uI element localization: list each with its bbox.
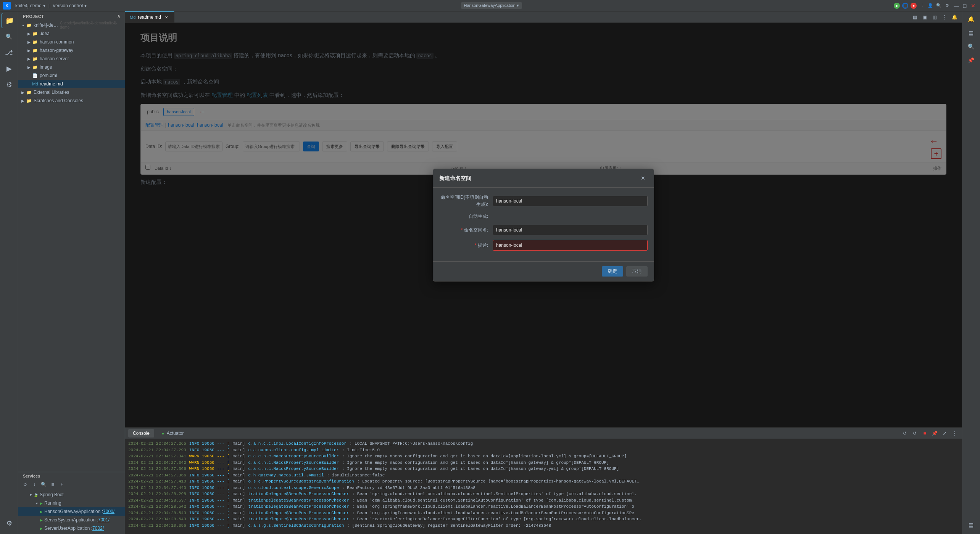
log-level-5: INFO 19060 --- [ bbox=[189, 472, 230, 479]
form-input-desc[interactable] bbox=[493, 240, 648, 251]
settings-icon[interactable]: ⚙ bbox=[944, 3, 950, 9]
form-row-auto: 自动生成: bbox=[439, 213, 648, 220]
console-rerun-btn[interactable]: ↺ bbox=[911, 429, 919, 437]
tree-item-external-libs[interactable]: ▶ 📁 External Libraries bbox=[18, 88, 125, 97]
tab-actions: ▤ ▣ ▥ ⋮ 🔔 bbox=[907, 11, 962, 23]
right-bottom-icon[interactable]: ▤ bbox=[965, 519, 977, 531]
spring-leaf-icon: 🍃 bbox=[34, 493, 38, 497]
bottom-tab-actuator[interactable]: ● Actuator bbox=[157, 429, 188, 437]
services-header[interactable]: Services bbox=[18, 472, 125, 480]
service-item-user[interactable]: ▶ ServerUserApplication :7002/ bbox=[18, 524, 125, 532]
log-msg-1: : limitTime:5.0 bbox=[342, 447, 380, 454]
tree-label-scratches: Scratches and Consoles bbox=[34, 98, 83, 103]
service-item-gateway[interactable]: ▶ HansonGatewayApplication :7000/ bbox=[18, 507, 125, 516]
activity-search-icon[interactable]: 🔍 bbox=[2, 29, 17, 44]
bottom-tab-console[interactable]: Console bbox=[128, 429, 154, 437]
tree-arrow-common: ▶ bbox=[26, 39, 32, 45]
tree-label-external: External Libraries bbox=[34, 90, 69, 95]
svc-search-btn[interactable]: 🔍 bbox=[40, 481, 47, 488]
tree-item-scratches[interactable]: ▶ 📁 Scratches and Consoles bbox=[18, 97, 125, 105]
right-layout-icon[interactable]: ▤ bbox=[965, 27, 977, 39]
log-class-0: c.a.n.c.c.impl.LocalConfigInfoProcessor bbox=[248, 441, 346, 447]
console-stop-btn[interactable]: ■ bbox=[920, 429, 929, 437]
service-toolbar: ↺ ↓ 🔍 ≡ + bbox=[18, 480, 125, 489]
tree-label-image: image bbox=[40, 64, 52, 70]
activity-run-icon[interactable]: ▶ bbox=[2, 61, 17, 76]
tree-label-pom: pom.xml bbox=[40, 73, 57, 78]
editor-content-wrapper: 项目说明 本项目的使用 Spring-cloud-alibaba 搭建的，有使用… bbox=[125, 23, 962, 534]
dialog-cancel-button[interactable]: 取消 bbox=[626, 266, 648, 277]
console-more-btn[interactable]: ⋮ bbox=[950, 429, 959, 437]
log-class-6: o.s.c.PropertySourceBootstrapConfigurati… bbox=[248, 478, 354, 485]
tab-close-readme[interactable]: ✕ bbox=[163, 14, 169, 20]
search-icon[interactable]: 🔍 bbox=[936, 3, 942, 9]
tab-action-layout3[interactable]: ▥ bbox=[930, 13, 939, 21]
tree-item-image[interactable]: ▶ 📁 image bbox=[18, 63, 125, 71]
tree-item-pom[interactable]: ▶ 📄 pom.xml bbox=[18, 71, 125, 80]
tab-action-layout1[interactable]: ▤ bbox=[911, 13, 919, 21]
dialog-close-button[interactable]: ✕ bbox=[638, 174, 648, 183]
right-notifications-icon[interactable]: 🔔 bbox=[965, 13, 977, 25]
log-msg-2: : Ignore the empty nacos configuration a… bbox=[342, 453, 627, 460]
tree-item-idea[interactable]: ▶ 📁 .idea bbox=[18, 29, 125, 38]
activity-vcs-icon[interactable]: ⎇ bbox=[2, 45, 17, 60]
log-class-7: o.s.cloud.context.scope.GenericScope bbox=[248, 485, 339, 491]
svc-refresh-btn[interactable]: ↺ bbox=[21, 481, 29, 488]
log-line-9: 2024-02-21 22:34:28.537 INFO 19060 --- [… bbox=[128, 497, 959, 504]
log-level-2: WARN 19060 --- [ bbox=[189, 453, 230, 460]
service-group-springboot[interactable]: ▾ 🍃 Spring Boot bbox=[18, 491, 125, 499]
form-input-nsname[interactable] bbox=[493, 225, 648, 235]
stop-icon[interactable]: ■ bbox=[911, 3, 917, 9]
tree-item-root[interactable]: ▾ 📁 knife4j-demo C:\code\java\knife4j-de… bbox=[18, 21, 125, 29]
tree-item-hanson-gateway[interactable]: ▶ 📁 hanson-gateway bbox=[18, 46, 125, 55]
log-thread-10: main] bbox=[232, 503, 245, 510]
svc-down-btn[interactable]: ↓ bbox=[31, 481, 38, 488]
log-level-3: WARN 19060 --- [ bbox=[189, 460, 230, 466]
tree-item-readme[interactable]: ▶ Md readme.md bbox=[18, 80, 125, 88]
debug-icon[interactable]: ⬛ bbox=[902, 3, 908, 9]
tree-item-hanson-common[interactable]: ▶ 📁 hanson-common bbox=[18, 38, 125, 46]
form-input-nsid[interactable] bbox=[493, 196, 648, 206]
activity-extensions-icon[interactable]: ⚙ bbox=[2, 77, 17, 92]
notifications-icon[interactable]: 🔔 bbox=[950, 13, 959, 21]
si-arrow0: ▾ bbox=[27, 492, 34, 498]
chevron-icon2: ▾ bbox=[84, 3, 87, 8]
log-msg-12: : Bean 'reactorDeferringLoadBalancerExch… bbox=[352, 516, 642, 523]
log-thread-11: main] bbox=[232, 510, 245, 516]
right-pin-icon[interactable]: 📌 bbox=[965, 54, 977, 66]
activity-files-icon[interactable]: 📁 bbox=[2, 13, 17, 28]
svc-add-btn[interactable]: + bbox=[58, 481, 66, 488]
right-search-icon[interactable]: 🔍 bbox=[965, 40, 977, 53]
log-thread-2: main] bbox=[232, 453, 245, 460]
more-icon[interactable]: ⋮ bbox=[919, 3, 925, 9]
close-button[interactable]: ✕ bbox=[969, 2, 977, 10]
log-class-8: trationDelegate$BeanPostProcessorChecker bbox=[248, 491, 349, 497]
log-thread-9: main] bbox=[232, 497, 245, 504]
bottom-panel: Console ● Actuator ↺ ↺ ■ 📌 ⤢ ⋮ bbox=[125, 427, 962, 534]
console-pin-btn[interactable]: 📌 bbox=[930, 429, 939, 437]
log-msg-5: : isMultiInstance:false bbox=[327, 472, 385, 479]
dialog-confirm-button[interactable]: 确定 bbox=[602, 266, 623, 277]
svc-filter-btn[interactable]: ≡ bbox=[49, 481, 56, 488]
tab-readme[interactable]: Md readme.md ✕ bbox=[125, 11, 174, 23]
tab-action-more[interactable]: ⋮ bbox=[940, 13, 949, 21]
tab-action-layout2[interactable]: ▣ bbox=[920, 13, 929, 21]
form-label-nsname: 命名空间名: bbox=[439, 227, 493, 234]
service-item-system[interactable]: ▶ ServerSystemApplication :7001/ bbox=[18, 516, 125, 524]
run-status-icon[interactable]: ▶ bbox=[894, 3, 900, 9]
tree-item-hanson-server[interactable]: ▶ 📁 hanson-server bbox=[18, 55, 125, 63]
dialog-body: 命名空间ID(不填则自动生成): 自动生成: 命名空间名: bbox=[433, 188, 654, 262]
console-refresh-btn[interactable]: ↺ bbox=[901, 429, 909, 437]
app-selector[interactable]: HansonGatewayApplication ▾ bbox=[461, 2, 522, 9]
version-control[interactable]: knife4j-demo ▾ | Version control ▾ bbox=[13, 2, 89, 9]
maximize-button[interactable]: □ bbox=[961, 2, 969, 10]
log-line-3: 2024-02-21 22:34:27.342 WARN 19060 --- [… bbox=[128, 460, 959, 466]
service-subgroup-running[interactable]: ▾ ▶ Running bbox=[18, 499, 125, 507]
minimize-button[interactable]: — bbox=[953, 2, 960, 10]
user-icon[interactable]: 👤 bbox=[927, 3, 933, 9]
console-expand-btn[interactable]: ⤢ bbox=[940, 429, 949, 437]
form-label-auto: 自动生成: bbox=[439, 213, 493, 220]
version-label: Version control bbox=[53, 3, 83, 8]
activity-settings-icon[interactable]: ⚙ bbox=[2, 516, 17, 531]
log-msg-6: : Located property source: [BootstrapPro… bbox=[357, 478, 639, 485]
